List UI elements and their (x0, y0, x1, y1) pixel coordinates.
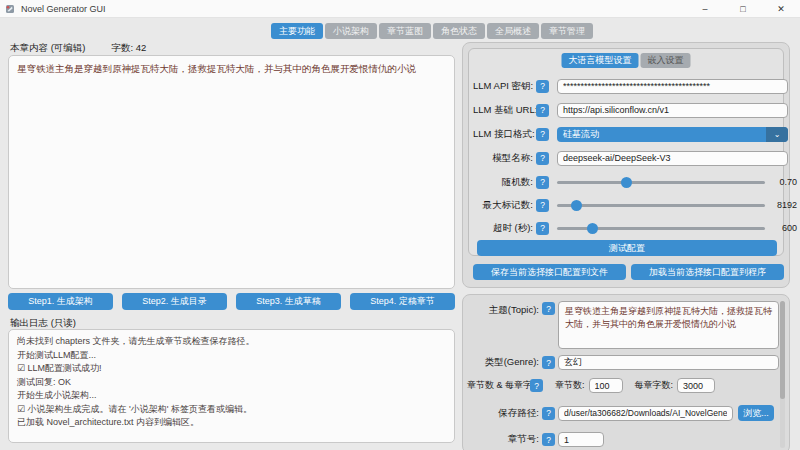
interface-format-select[interactable]: 硅基流动 ⌄ (557, 127, 788, 142)
main-tab-bar: 主要功能 小说架构 章节蓝图 角色状态 全局概述 章节管理 (271, 23, 593, 39)
interface-format-help-icon[interactable]: ? (536, 128, 549, 141)
base-url-label: LLM 基础 URL: (473, 104, 533, 117)
step3-generate-draft-button[interactable]: Step3. 生成草稿 (236, 293, 341, 310)
params-scrollbar[interactable] (780, 301, 785, 448)
genre-label: 类型(Genre): (467, 356, 539, 369)
interface-format-value: 硅基流动 (563, 129, 599, 139)
minimize-button[interactable]: – (686, 0, 724, 18)
log-line: 开始测试LLM配置... (17, 349, 446, 363)
word-count-label: 字数: 42 (111, 42, 146, 55)
api-key-input[interactable] (557, 79, 788, 94)
max-tokens-label: 最大标记数: (473, 199, 533, 212)
browse-button[interactable]: 浏览... (738, 405, 774, 421)
title-bar: Novel Generator GUI – □ ✕ (0, 0, 800, 18)
close-button[interactable]: ✕ (762, 0, 800, 18)
tab-embedding-settings[interactable]: 嵌入设置 (641, 53, 691, 68)
topic-textarea[interactable]: 星穹铁道主角是穿越到原神提瓦特大陆，拯救提瓦特大陆，并与其中的角色展开爱恨情仇的… (558, 301, 779, 349)
timeout-value: 600 (767, 223, 797, 233)
timeout-label: 超时 (秒): (473, 222, 533, 235)
tab-chapter-blueprint[interactable]: 章节蓝图 (379, 23, 431, 39)
save-path-input[interactable] (558, 406, 733, 421)
chapters-words-help-icon[interactable]: ? (530, 379, 543, 392)
save-path-label: 保存路径: (467, 407, 539, 420)
timeout-help-icon[interactable]: ? (536, 222, 549, 235)
log-line: 测试回复: OK (17, 376, 446, 390)
output-log: 尚未找到 chapters 文件夹，请先生成章节或检查保存路径。 开始测试LLM… (8, 329, 455, 443)
chapter-count-label: 章节数: (555, 379, 585, 392)
save-config-button[interactable]: 保存当前选择接口配置到文件 (473, 264, 626, 280)
genre-input[interactable] (558, 355, 779, 370)
step-buttons-row: Step1. 生成架构 Step2. 生成目录 Step3. 生成草稿 Step… (8, 293, 455, 310)
chapter-number-help-icon[interactable]: ? (542, 433, 555, 446)
app-icon (5, 4, 15, 14)
window-title: Novel Generator GUI (21, 4, 106, 14)
model-name-label: 模型名称: (473, 152, 533, 165)
genre-help-icon[interactable]: ? (542, 356, 555, 369)
log-line: ☑ 小说架构生成完成。请在 '小说架构' 标签页查看或编辑。 (17, 403, 446, 417)
params-scrollbar-thumb[interactable] (780, 301, 785, 399)
model-name-input[interactable] (557, 151, 788, 166)
tab-chapter-management[interactable]: 章节管理 (541, 23, 593, 39)
chapter-number-input[interactable] (558, 432, 604, 447)
words-per-chapter-label: 每章字数: (635, 379, 674, 392)
step1-generate-architecture-button[interactable]: Step1. 生成架构 (8, 293, 113, 310)
base-url-help-icon[interactable]: ? (536, 104, 549, 117)
step2-generate-directory-button[interactable]: Step2. 生成目录 (122, 293, 227, 310)
novel-params-panel: 主题(Topic): ? 星穹铁道主角是穿越到原神提瓦特大陆，拯救提瓦特大陆，并… (462, 294, 790, 450)
config-tab-bar: 大语言模型设置 嵌入设置 (562, 53, 691, 68)
temperature-label: 随机数: (473, 176, 533, 189)
topic-help-icon[interactable]: ? (542, 302, 555, 315)
temperature-value: 0.70 (767, 177, 797, 187)
chapter-content-textarea[interactable]: 星穹铁道主角是穿越到原神提瓦特大陆，拯救提瓦特大陆，并与其中的角色展开爱恨情仇的… (8, 55, 455, 289)
chapter-content-label: 本章内容 (可编辑) (10, 42, 85, 55)
tab-main-functions[interactable]: 主要功能 (271, 23, 323, 39)
interface-format-label: LLM 接口格式: (473, 128, 533, 141)
step4-finalize-chapter-button[interactable]: Step4. 定稿章节 (350, 293, 455, 310)
api-key-help-icon[interactable]: ? (536, 80, 549, 93)
temperature-slider[interactable] (557, 175, 765, 189)
maximize-button[interactable]: □ (724, 0, 762, 18)
log-line: 尚未找到 chapters 文件夹，请先生成章节或检查保存路径。 (17, 335, 446, 349)
load-config-button[interactable]: 加载当前选择接口配置到程序 (631, 264, 784, 280)
max-tokens-slider-knob[interactable] (571, 200, 582, 211)
log-line: ☑ LLM配置测试成功! (17, 362, 446, 376)
tab-character-state[interactable]: 角色状态 (433, 23, 485, 39)
log-line: 开始生成小说架构... (17, 389, 446, 403)
tab-global-summary[interactable]: 全局概述 (487, 23, 539, 39)
max-tokens-slider[interactable] (557, 198, 765, 212)
temperature-help-icon[interactable]: ? (536, 176, 549, 189)
chapter-number-label: 章节号: (467, 433, 539, 446)
log-line: 已加载 Novel_architecture.txt 内容到编辑区。 (17, 416, 446, 430)
api-key-label: LLM API 密钥: (473, 80, 533, 93)
words-per-chapter-input[interactable] (677, 378, 715, 393)
tab-llm-settings[interactable]: 大语言模型设置 (562, 53, 639, 68)
llm-config-panel: 大语言模型设置 嵌入设置 LLM API 密钥: ? LLM 基础 URL: ?… (462, 42, 790, 288)
topic-label: 主题(Topic): (467, 301, 539, 317)
timeout-slider[interactable] (557, 221, 765, 235)
chapter-count-input[interactable] (589, 378, 623, 393)
max-tokens-value: 8192 (767, 200, 797, 210)
max-tokens-help-icon[interactable]: ? (536, 199, 549, 212)
base-url-input[interactable] (557, 103, 788, 118)
chapters-words-label: 章节数 & 每章字数 (467, 379, 527, 392)
model-name-help-icon[interactable]: ? (536, 152, 549, 165)
temperature-slider-knob[interactable] (621, 177, 632, 188)
chevron-down-icon[interactable]: ⌄ (766, 127, 788, 142)
timeout-slider-knob[interactable] (587, 223, 598, 234)
tab-novel-architecture[interactable]: 小说架构 (325, 23, 377, 39)
save-path-help-icon[interactable]: ? (542, 407, 555, 420)
config-tabview: 大语言模型设置 嵌入设置 LLM API 密钥: ? LLM 基础 URL: ?… (468, 48, 784, 256)
test-config-button[interactable]: 测试配置 (477, 240, 777, 256)
